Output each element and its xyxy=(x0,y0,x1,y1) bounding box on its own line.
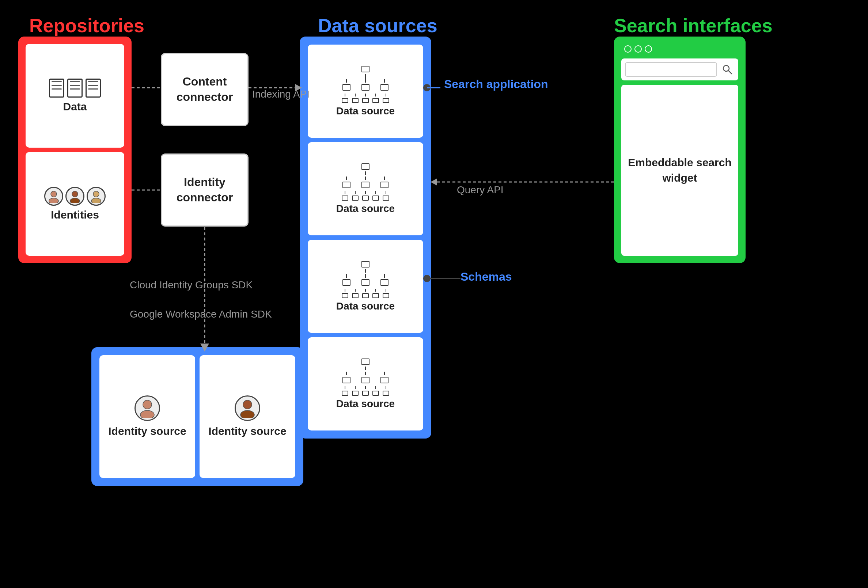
person-icon-2 xyxy=(65,187,84,206)
doc-icon-3 xyxy=(86,78,101,98)
svg-point-2 xyxy=(72,191,78,197)
google-workspace-label: Google Workspace Admin SDK xyxy=(130,307,272,321)
identity-source-1-label: Identity source xyxy=(108,424,186,438)
datasources-box: Data source xyxy=(300,37,431,439)
content-connector-label: Content connector xyxy=(162,74,247,105)
search-icon xyxy=(720,62,735,77)
cloud-identity-label: Cloud Identity Groups SDK xyxy=(130,278,252,292)
identity-source-2-label: Identity source xyxy=(208,424,286,438)
search-top-bar xyxy=(621,44,738,54)
search-application-label: Search application xyxy=(444,77,548,92)
svg-point-0 xyxy=(51,191,57,197)
repositories-label: Repositories xyxy=(29,15,145,37)
identity-source-1-icon xyxy=(134,395,160,421)
data-icons xyxy=(49,78,101,98)
svg-point-6 xyxy=(143,400,152,409)
svg-point-3 xyxy=(70,198,80,203)
identity-connector-box: Identity connector xyxy=(161,154,248,227)
doc-icon-1 xyxy=(49,78,64,98)
search-interfaces-label: Search interfaces xyxy=(614,15,773,37)
identity-connector-label: Identity connector xyxy=(162,175,247,205)
repositories-box: Data xyxy=(18,37,131,263)
diagram-container: Repositories Data sources Search interfa… xyxy=(0,0,868,588)
svg-point-7 xyxy=(140,411,154,418)
identity-source-2-icon xyxy=(235,395,260,421)
google-workspace-text: Google Workspace Admin SDK xyxy=(130,309,272,320)
query-api-label: Query API xyxy=(457,183,503,197)
schemas-label: Schemas xyxy=(461,269,512,285)
data-source-4-label: Data source xyxy=(336,398,395,410)
data-source-1-label: Data source xyxy=(336,105,395,117)
org-icon-1 xyxy=(342,66,389,103)
doc-icon-2 xyxy=(67,78,83,98)
search-interfaces-box: Embeddable search widget xyxy=(614,37,745,263)
identity-icons xyxy=(44,187,106,206)
search-bar-area xyxy=(621,59,738,80)
circle-dot-2 xyxy=(635,45,642,53)
data-source-3-label: Data source xyxy=(336,300,395,312)
identities-box: Identities xyxy=(25,152,124,256)
svg-point-5 xyxy=(92,198,101,203)
data-label: Data xyxy=(63,100,87,113)
svg-marker-21 xyxy=(431,178,437,186)
data-box: Data xyxy=(25,44,124,148)
person-icon-3 xyxy=(87,187,106,206)
data-source-3: Data source xyxy=(308,240,423,333)
content-connector-box: Content connector xyxy=(161,53,248,126)
svg-point-4 xyxy=(93,191,99,197)
indexing-api-label: Indexing API xyxy=(252,87,310,101)
circle-dot-3 xyxy=(645,45,652,53)
search-widget-label: Embeddable search widget xyxy=(621,155,738,186)
person-icon-1 xyxy=(44,187,63,206)
org-icon-3 xyxy=(342,261,389,298)
search-widget-card: Embeddable search widget xyxy=(621,85,738,256)
org-icon-2 xyxy=(342,163,389,201)
cloud-identity-text: Cloud Identity Groups SDK xyxy=(130,279,252,291)
data-source-2: Data source xyxy=(308,142,423,235)
identities-label: Identities xyxy=(51,209,99,221)
identity-source-2: Identity source xyxy=(199,355,295,478)
identity-source-1: Identity source xyxy=(99,355,195,478)
svg-point-1 xyxy=(49,198,59,203)
svg-point-8 xyxy=(243,400,252,409)
org-icon-4 xyxy=(342,359,389,396)
data-source-1: Data source xyxy=(308,44,423,138)
identity-sources-box: Identity source Identity source xyxy=(92,347,303,486)
datasources-label: Data sources xyxy=(318,15,437,37)
svg-line-11 xyxy=(728,71,732,74)
data-source-2-label: Data source xyxy=(336,203,395,214)
svg-point-9 xyxy=(241,411,254,418)
circle-dot-1 xyxy=(624,45,632,53)
data-source-4: Data source xyxy=(308,337,423,430)
search-input-bar[interactable] xyxy=(625,62,717,77)
